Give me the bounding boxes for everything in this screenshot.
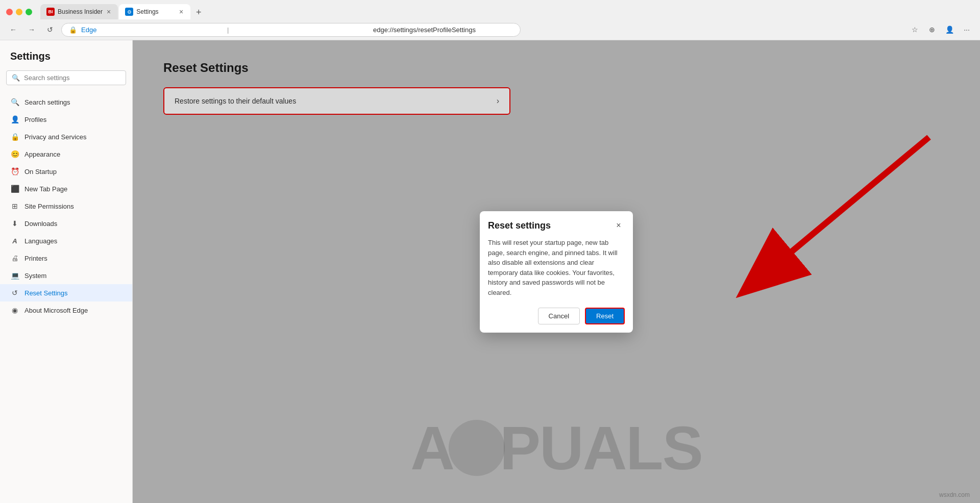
sidebar-item-downloads[interactable]: ⬇ Downloads xyxy=(0,215,132,232)
sidebar-label-about: About Microsoft Edge xyxy=(24,307,88,314)
tab-close-settings[interactable]: × xyxy=(178,8,184,16)
modal-overlay: Reset settings × This will reset your st… xyxy=(133,40,980,503)
sidebar-label-newtab: New Tab Page xyxy=(24,185,67,193)
modal-header: Reset settings × xyxy=(480,211,633,232)
tab-settings[interactable]: ⚙ Settings × xyxy=(119,4,190,19)
favorites-button[interactable]: ☆ xyxy=(908,22,922,37)
sidebar-item-appearance[interactable]: 😊 Appearance xyxy=(0,145,132,163)
sidebar-item-onstartup[interactable]: ⏰ On Startup xyxy=(0,163,132,180)
onstartup-icon: ⏰ xyxy=(10,167,19,176)
tab-favicon-bi: BI xyxy=(46,8,55,16)
privacy-icon: 🔒 xyxy=(10,132,19,141)
search-settings-icon: 🔍 xyxy=(10,97,19,107)
sidebar-item-profiles[interactable]: 👤 Profiles xyxy=(0,111,132,128)
main-content: Reset Settings Restore settings to their… xyxy=(133,40,980,503)
tab-close-bi[interactable]: × xyxy=(106,8,112,16)
sidebar-label-languages: Languages xyxy=(24,237,57,245)
search-box[interactable]: 🔍 xyxy=(6,70,126,85)
modal-footer: Cancel Reset xyxy=(480,308,633,333)
sidebar-item-sitepermissions[interactable]: ⊞ Site Permissions xyxy=(0,197,132,215)
tab-bar: BI Business Insider × ⚙ Settings × + xyxy=(40,4,974,19)
new-tab-button[interactable]: + xyxy=(191,5,206,19)
sitepermissions-icon: ⊞ xyxy=(10,202,19,211)
cancel-button[interactable]: Cancel xyxy=(538,308,580,324)
tab-favicon-settings: ⚙ xyxy=(125,8,133,16)
back-button[interactable]: ← xyxy=(6,22,20,37)
address-bar-row: ← → ↺ 🔒 Edge | edge://settings/resetProf… xyxy=(0,19,980,40)
tab-title-settings: Settings xyxy=(136,8,175,15)
sidebar-label-resetsettings: Reset Settings xyxy=(24,289,68,297)
menu-button[interactable]: ··· xyxy=(960,22,974,37)
printers-icon: 🖨 xyxy=(10,254,19,263)
address-prefix: Edge xyxy=(81,26,221,34)
about-icon: ◉ xyxy=(10,306,19,315)
sidebar-item-printers[interactable]: 🖨 Printers xyxy=(0,249,132,267)
address-bar[interactable]: 🔒 Edge | edge://settings/resetProfileSet… xyxy=(61,23,521,37)
sidebar: Settings 🔍 🔍 Search settings 👤 Profiles … xyxy=(0,40,133,503)
search-icon: 🔍 xyxy=(12,74,20,82)
traffic-lights xyxy=(6,9,32,15)
profile-button[interactable]: 👤 xyxy=(942,22,957,37)
close-window-button[interactable] xyxy=(6,9,13,15)
address-icon: 🔒 xyxy=(69,26,77,34)
reset-button[interactable]: Reset xyxy=(585,308,625,324)
system-icon: 💻 xyxy=(10,271,19,280)
downloads-icon: ⬇ xyxy=(10,219,19,228)
address-url: edge://settings/resetProfileSettings xyxy=(373,26,513,34)
tab-title-bi: Business Insider xyxy=(58,8,103,15)
settings-layout: Settings 🔍 🔍 Search settings 👤 Profiles … xyxy=(0,40,980,503)
title-bar: BI Business Insider × ⚙ Settings × + xyxy=(0,0,980,19)
sidebar-label-privacy: Privacy and Services xyxy=(24,133,86,141)
sidebar-label-system: System xyxy=(24,272,46,280)
sidebar-label-appearance: Appearance xyxy=(24,150,60,158)
sidebar-title: Settings xyxy=(0,51,132,70)
sidebar-item-resetsettings[interactable]: ↺ Reset Settings xyxy=(0,284,132,301)
tab-business-insider[interactable]: BI Business Insider × xyxy=(40,4,118,19)
modal-close-button[interactable]: × xyxy=(612,219,625,232)
sidebar-item-search[interactable]: 🔍 Search settings xyxy=(0,93,132,111)
newtab-icon: ⬛ xyxy=(10,184,19,193)
sidebar-item-system[interactable]: 💻 System xyxy=(0,267,132,284)
appearance-icon: 😊 xyxy=(10,149,19,159)
languages-icon: A xyxy=(10,236,19,245)
minimize-window-button[interactable] xyxy=(16,9,22,15)
browser-frame: BI Business Insider × ⚙ Settings × + ← →… xyxy=(0,0,980,503)
address-actions: ☆ ⊕ 👤 ··· xyxy=(908,22,974,37)
modal-title: Reset settings xyxy=(488,220,551,231)
maximize-window-button[interactable] xyxy=(26,9,32,15)
sidebar-label-search: Search settings xyxy=(24,98,70,106)
reset-settings-modal: Reset settings × This will reset your st… xyxy=(480,211,633,333)
sidebar-item-about[interactable]: ◉ About Microsoft Edge xyxy=(0,301,132,319)
collections-button[interactable]: ⊕ xyxy=(925,22,939,37)
sidebar-label-onstartup: On Startup xyxy=(24,168,57,175)
sidebar-item-languages[interactable]: A Languages xyxy=(0,232,132,249)
forward-button[interactable]: → xyxy=(24,22,39,37)
modal-body: This will reset your startup page, new t… xyxy=(480,232,633,308)
sidebar-item-privacy[interactable]: 🔒 Privacy and Services xyxy=(0,128,132,145)
search-input[interactable] xyxy=(24,74,120,82)
refresh-button[interactable]: ↺ xyxy=(43,22,57,37)
sidebar-label-sitepermissions: Site Permissions xyxy=(24,203,74,210)
sidebar-item-newtab[interactable]: ⬛ New Tab Page xyxy=(0,180,132,197)
address-separator: | xyxy=(227,26,367,34)
sidebar-label-printers: Printers xyxy=(24,255,47,262)
resetsettings-icon: ↺ xyxy=(10,288,19,297)
sidebar-label-downloads: Downloads xyxy=(24,220,57,228)
sidebar-label-profiles: Profiles xyxy=(24,116,46,123)
profiles-icon: 👤 xyxy=(10,115,19,124)
modal-body-text: This will reset your startup page, new t… xyxy=(488,238,625,297)
